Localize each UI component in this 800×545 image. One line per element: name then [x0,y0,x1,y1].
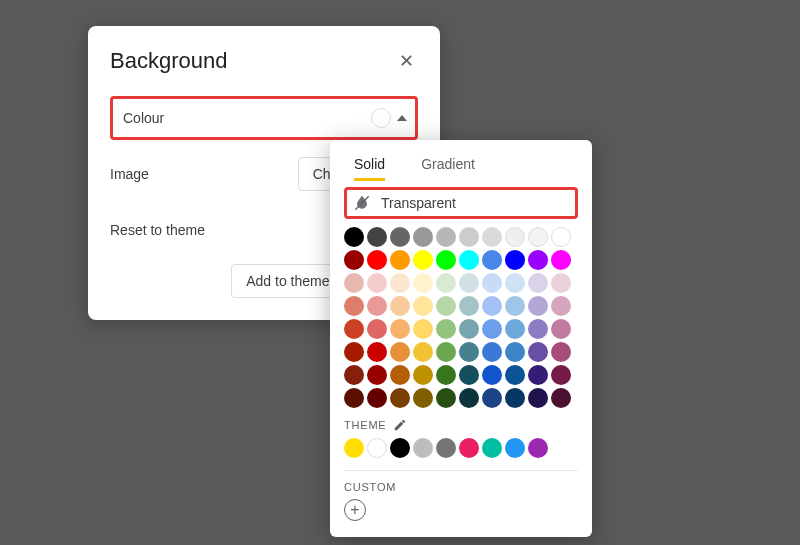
palette-swatch[interactable] [367,250,387,270]
palette-swatch[interactable] [528,319,548,339]
palette-swatch[interactable] [551,365,571,385]
theme-swatch[interactable] [413,438,433,458]
colour-label: Colour [123,110,164,126]
palette-swatch[interactable] [413,388,433,408]
palette-swatch[interactable] [505,342,525,362]
palette-swatch[interactable] [436,342,456,362]
palette-swatch[interactable] [482,319,502,339]
palette-swatch[interactable] [367,342,387,362]
palette-swatch[interactable] [459,342,479,362]
palette-swatch[interactable] [390,388,410,408]
palette-swatch[interactable] [482,296,502,316]
palette-swatch[interactable] [459,227,479,247]
theme-swatch[interactable] [482,438,502,458]
palette-swatch[interactable] [436,388,456,408]
palette-swatch[interactable] [413,227,433,247]
transparent-option[interactable]: Transparent [344,187,578,219]
theme-swatch[interactable] [390,438,410,458]
palette-swatch[interactable] [459,319,479,339]
palette-swatch[interactable] [505,273,525,293]
palette-swatch[interactable] [413,319,433,339]
palette-swatch[interactable] [390,296,410,316]
palette-swatch[interactable] [482,365,502,385]
palette-swatch[interactable] [459,296,479,316]
palette-swatch[interactable] [390,273,410,293]
add-custom-colour-button[interactable]: + [344,499,366,521]
palette-swatch[interactable] [436,319,456,339]
palette-swatch[interactable] [551,273,571,293]
add-to-theme-button[interactable]: Add to theme [231,264,344,298]
palette-swatch[interactable] [459,250,479,270]
palette-swatch[interactable] [551,250,571,270]
close-icon[interactable]: ✕ [395,48,418,74]
colour-swatch-button[interactable] [369,106,409,130]
palette-swatch[interactable] [482,250,502,270]
palette-swatch[interactable] [413,273,433,293]
palette-swatch[interactable] [528,388,548,408]
palette-swatch[interactable] [344,250,364,270]
palette-swatch[interactable] [436,273,456,293]
palette-swatch[interactable] [482,273,502,293]
palette-swatch[interactable] [390,319,410,339]
palette-swatch[interactable] [436,227,456,247]
palette-swatch[interactable] [551,296,571,316]
palette-swatch[interactable] [505,365,525,385]
tab-gradient[interactable]: Gradient [421,150,475,181]
palette-swatch[interactable] [390,365,410,385]
palette-swatch[interactable] [436,296,456,316]
theme-swatch[interactable] [505,438,525,458]
palette-swatch[interactable] [413,342,433,362]
theme-swatch[interactable] [367,438,387,458]
palette-swatch[interactable] [528,365,548,385]
palette-swatch[interactable] [367,388,387,408]
palette-swatch[interactable] [344,273,364,293]
palette-swatch[interactable] [528,250,548,270]
palette-swatch[interactable] [390,342,410,362]
palette-swatch[interactable] [413,365,433,385]
palette-swatch[interactable] [413,296,433,316]
palette-swatch[interactable] [528,296,548,316]
palette-swatch[interactable] [482,388,502,408]
colour-row[interactable]: Colour [110,96,418,140]
palette-swatch[interactable] [551,227,571,247]
palette-swatch[interactable] [505,319,525,339]
theme-swatch[interactable] [436,438,456,458]
palette-swatch[interactable] [551,319,571,339]
palette-swatch[interactable] [505,250,525,270]
palette-swatch[interactable] [505,388,525,408]
palette-swatch[interactable] [367,319,387,339]
palette-swatch[interactable] [344,319,364,339]
palette-swatch[interactable] [367,227,387,247]
palette-swatch[interactable] [505,296,525,316]
palette-swatch[interactable] [482,342,502,362]
palette-swatch[interactable] [344,388,364,408]
palette-swatch[interactable] [367,296,387,316]
palette-swatch[interactable] [528,227,548,247]
palette-swatch[interactable] [390,227,410,247]
palette-swatch[interactable] [344,365,364,385]
palette-swatch[interactable] [505,227,525,247]
palette-swatch[interactable] [413,250,433,270]
palette-swatch[interactable] [344,227,364,247]
palette-swatch[interactable] [482,227,502,247]
palette-swatch[interactable] [459,365,479,385]
palette-swatch[interactable] [459,273,479,293]
palette-grid [344,227,578,408]
palette-swatch[interactable] [344,296,364,316]
palette-swatch[interactable] [344,342,364,362]
palette-swatch[interactable] [528,273,548,293]
palette-swatch[interactable] [436,365,456,385]
palette-swatch[interactable] [436,250,456,270]
palette-swatch[interactable] [551,388,571,408]
palette-swatch[interactable] [390,250,410,270]
edit-theme-icon[interactable] [393,418,407,432]
palette-swatch[interactable] [459,388,479,408]
theme-swatch[interactable] [528,438,548,458]
palette-swatch[interactable] [367,365,387,385]
palette-swatch[interactable] [551,342,571,362]
theme-swatch[interactable] [344,438,364,458]
tab-solid[interactable]: Solid [354,150,385,181]
palette-swatch[interactable] [528,342,548,362]
palette-swatch[interactable] [367,273,387,293]
theme-swatch[interactable] [459,438,479,458]
